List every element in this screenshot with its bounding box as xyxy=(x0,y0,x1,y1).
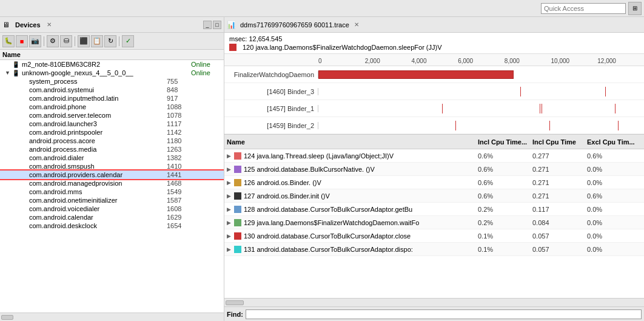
device-pid: 1078 xyxy=(167,112,191,119)
marker-color-box xyxy=(229,44,236,51)
row-expand[interactable]: ▶ xyxy=(227,153,234,159)
timeline-row-content[interactable] xyxy=(318,117,644,133)
trace-tab-close[interactable]: ✕ xyxy=(354,21,359,28)
device-list-item[interactable]: android.process.media 1263 xyxy=(0,145,224,154)
device-pid: 1263 xyxy=(167,146,191,153)
device-list-item[interactable]: system_process 755 xyxy=(0,77,224,86)
timeline-tick xyxy=(442,104,443,113)
table-row[interactable]: ▶ 128 android.database.CursorToBulkCurso… xyxy=(224,203,644,216)
row-color-box xyxy=(234,192,241,200)
device-list-item[interactable]: android.process.acore 1180 xyxy=(0,137,224,145)
find-input[interactable] xyxy=(246,309,642,319)
devices-tab-close[interactable]: ✕ xyxy=(47,21,52,28)
table-row[interactable]: ▶ 126 android.os.Binder. ()V 0.6% 0.271 … xyxy=(224,176,644,189)
thread-button[interactable]: ⚙ xyxy=(47,35,59,47)
timeline-tick xyxy=(605,87,606,96)
device-list-item[interactable]: com.android.voicedialer 1608 xyxy=(0,204,224,213)
table-row[interactable]: ▶ 124 java.lang.Thread.sleep (Ljava/lang… xyxy=(224,149,644,163)
timeline-row-label: FinalizerWatchdogDaemon xyxy=(224,71,318,78)
h-scroll-thumb[interactable] xyxy=(226,300,244,305)
row-incl: 0.057 xyxy=(532,246,587,253)
devices-panel: 🖥 Devices ✕ _ □ 🐛 ■ 📷 ⚙ ⛁ ⬛ 📋 ↻ ✓ Name xyxy=(0,17,224,321)
row-name: 126 android.os.Binder. ()V xyxy=(244,179,478,186)
device-list-item[interactable]: com.android.managedprovision 1468 xyxy=(0,179,224,188)
check-button[interactable]: ✓ xyxy=(122,35,134,47)
table-body[interactable]: ▶ 124 java.lang.Thread.sleep (Ljava/lang… xyxy=(224,149,644,298)
devices-list-header: Name xyxy=(0,50,224,60)
trace-info: msec: 12,654.545 120 java.lang.Daemons$F… xyxy=(224,33,644,54)
row-expand[interactable]: ▶ xyxy=(227,233,234,239)
col-incl-pct-header: Incl Cpu Time... xyxy=(478,138,532,146)
device-list-item[interactable]: com.android.dialer 1382 xyxy=(0,154,224,162)
row-expand[interactable]: ▶ xyxy=(227,246,234,252)
row-expand[interactable]: ▶ xyxy=(227,220,234,226)
row-incl: 0.057 xyxy=(532,232,587,240)
device-name: m2_note-810EBM63C8R2 xyxy=(22,61,167,68)
method-table: Name Incl Cpu Time... Incl Cpu Time Excl… xyxy=(224,135,644,298)
device-pid: 1629 xyxy=(167,214,191,221)
device-list-item[interactable]: com.android.launcher3 1117 xyxy=(0,120,224,128)
row-expand[interactable]: ▶ xyxy=(227,180,234,186)
row-excl-pct: 0.0% xyxy=(587,179,642,186)
device-list-item[interactable]: com.android.inputmethod.latin 917 xyxy=(0,94,224,103)
minimize-button[interactable]: _ xyxy=(203,21,212,29)
device-name: com.android.deskclock xyxy=(29,222,167,229)
trace-marker-row: 120 java.lang.Daemons$FinalizerWatchdogD… xyxy=(229,44,639,51)
timeline-row-content[interactable] xyxy=(318,83,644,100)
device-list-item[interactable]: ▼ 📱 unknown-google_nexus_4__5_0_0__ Onli… xyxy=(0,69,224,77)
left-scrollbar[interactable] xyxy=(0,313,224,321)
device-name: com.android.server.telecom xyxy=(29,112,167,119)
device-list-item[interactable]: com.android.onetimeinitializer 1587 xyxy=(0,196,224,204)
horizontal-scrollbar[interactable] xyxy=(224,298,644,306)
row-expand[interactable]: ▶ xyxy=(227,206,234,212)
row-color-box xyxy=(234,152,241,160)
stop-button[interactable]: ■ xyxy=(16,35,28,47)
device-list-item[interactable]: com.android.mms 1549 xyxy=(0,188,224,196)
debug-button[interactable]: 🐛 xyxy=(2,35,15,47)
device-pid: 1608 xyxy=(167,205,191,212)
ruler-tick: 10,000 xyxy=(551,58,570,64)
row-incl: 0.271 xyxy=(532,166,587,173)
camera-button[interactable]: 📷 xyxy=(29,35,41,47)
maximize-button[interactable]: □ xyxy=(213,21,221,29)
device-list-item[interactable]: com.android.printspooler 1142 xyxy=(0,128,224,137)
row-excl-pct: 0.0% xyxy=(587,166,642,173)
trace-tab-title: ddms717699760967659 60011.trace xyxy=(238,21,352,29)
device-pid: 1410 xyxy=(167,163,191,170)
device-list-item[interactable]: com.android.systemui 848 xyxy=(0,86,224,94)
timeline-row-content[interactable] xyxy=(318,66,644,83)
row-expand[interactable]: ▶ xyxy=(227,193,234,199)
device-list-item[interactable]: com.android.server.telecom 1078 xyxy=(0,111,224,120)
table-row[interactable]: ▶ 127 android.os.Binder.init ()V 0.6% 0.… xyxy=(224,189,644,203)
row-incl: 0.271 xyxy=(532,192,587,200)
table-row[interactable]: ▶ 130 android.database.CursorToBulkCurso… xyxy=(224,229,644,243)
timeline-row-content[interactable] xyxy=(318,100,644,117)
device-list-item[interactable]: 📱 m2_note-810EBM63C8R2 Online xyxy=(0,60,224,69)
device-list-item[interactable]: com.android.phone 1088 xyxy=(0,103,224,111)
heap-button[interactable]: ⛁ xyxy=(60,35,72,47)
device-pid: 1587 xyxy=(167,197,191,204)
device-list-item[interactable]: com.android.calendar 1629 xyxy=(0,213,224,221)
row-expand[interactable]: ▶ xyxy=(227,166,234,172)
perspective-button[interactable]: ⊞ xyxy=(628,2,642,15)
table-row[interactable]: ▶ 125 android.database.BulkCursorNative.… xyxy=(224,163,644,176)
timeline-row: [1460] Binder_3 xyxy=(224,83,644,100)
device-list-item[interactable]: com.android.smspush 1410 xyxy=(0,162,224,171)
stop-red-button[interactable]: ⬛ xyxy=(78,35,90,47)
timeline-tick xyxy=(549,121,550,130)
table-row[interactable]: ▶ 129 java.lang.Daemons$FinalizerWatchdo… xyxy=(224,216,644,229)
device-name: com.android.calendar xyxy=(29,214,167,221)
devices-list[interactable]: 📱 m2_note-810EBM63C8R2 Online ▼ 📱 unknow… xyxy=(0,60,224,313)
device-name: com.android.providers.calendar xyxy=(29,171,167,178)
table-row[interactable]: ▶ 131 android.database.CursorToBulkCurso… xyxy=(224,243,644,256)
quick-access-input[interactable] xyxy=(541,3,626,14)
refresh-button[interactable]: ↻ xyxy=(104,35,116,47)
timeline-rows: FinalizerWatchdogDaemon[1460] Binder_3[1… xyxy=(224,66,644,134)
timeline-tick xyxy=(615,104,615,113)
device-list-item[interactable]: com.android.deskclock 1654 xyxy=(0,221,224,230)
logcat-button[interactable]: 📋 xyxy=(91,35,103,47)
row-name: 131 android.database.CursorToBulkCursorA… xyxy=(244,246,478,253)
expand-arrow[interactable]: ▼ xyxy=(5,70,11,76)
scroll-thumb[interactable] xyxy=(1,315,13,320)
device-list-item[interactable]: com.android.providers.calendar 1441 xyxy=(0,171,224,179)
